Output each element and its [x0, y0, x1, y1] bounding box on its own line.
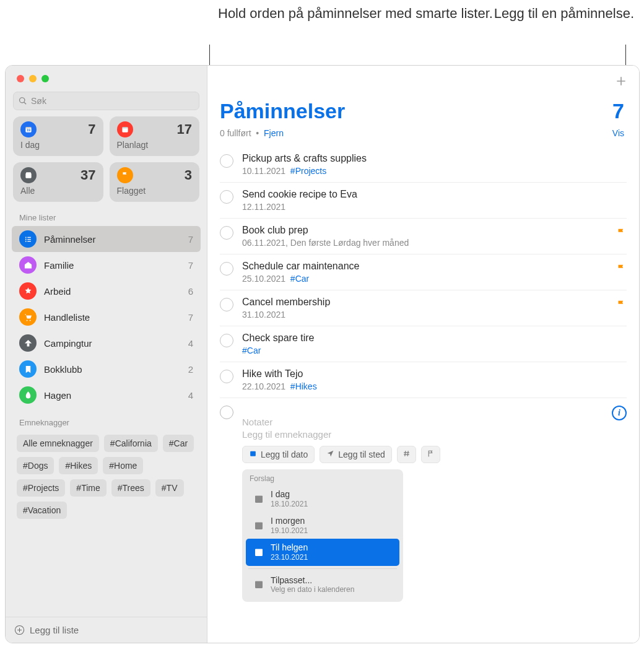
reminder-meta: 25.10.2021 #Car [242, 274, 624, 284]
reminder-item[interactable]: Pickup arts & crafts supplies 10.11.2021… [220, 147, 627, 183]
add-flag-button[interactable] [421, 446, 440, 463]
info-button[interactable]: i [612, 406, 627, 420]
list-name: Handleliste [44, 312, 188, 323]
reminder-item[interactable]: Check spare tire #Car [220, 326, 627, 362]
suggestion-i morgen[interactable]: I morgen 19.10.2021 [246, 512, 399, 539]
add-tag-button[interactable] [397, 446, 416, 463]
tag-alle emneknagger[interactable]: Alle emneknagger [17, 435, 99, 452]
add-list-button[interactable]: Legg til liste [6, 617, 207, 643]
reminder-item[interactable]: Book club prep 06.11.2021, Den første Lø… [220, 219, 627, 254]
smart-list-planlagt[interactable]: 17 Planlagt [110, 116, 200, 156]
list-icon [19, 282, 37, 300]
reminder-item[interactable]: Schedule car maintenance 25.10.2021 #Car [220, 254, 627, 290]
calendar-icon [253, 547, 264, 558]
reminder-meta: 10.11.2021 #Projects [242, 166, 624, 176]
add-reminder-button[interactable] [612, 72, 630, 90]
show-completed-link[interactable]: Vis [612, 128, 624, 138]
main-panel: Påminnelser 7 0 fullført • Fjern Vis Pic… [207, 66, 639, 643]
reminder-item[interactable]: Hike with Tejo 22.10.2021 #Hikes [220, 362, 627, 398]
suggestion-title: Til helgen [271, 542, 308, 553]
reminder-checkbox[interactable] [220, 334, 233, 347]
reminder-checkbox[interactable] [220, 226, 233, 240]
suggestion-til helgen[interactable]: Til helgen 23.10.2021 [246, 539, 399, 565]
reminder-checkbox[interactable] [220, 154, 233, 168]
notes-placeholder[interactable]: Notater [242, 417, 612, 427]
plus-circle-icon [14, 625, 25, 635]
add-date-button[interactable]: Legg til dato [242, 446, 315, 463]
toolbar [207, 66, 639, 90]
sidebar-list-handleliste[interactable]: Handleliste 7 [12, 304, 201, 330]
app-window: 19 7 I dag 17 Planlagt 37 Alle 3 Flagg [5, 65, 640, 643]
new-reminder-editor: Notater Legg til emneknagger i Legg til … [220, 398, 627, 602]
list-count: 4 [188, 338, 193, 349]
smart-list-flagget[interactable]: 3 Flagget [110, 162, 200, 202]
minimize-button[interactable] [29, 75, 37, 82]
list-count: 4 [188, 390, 193, 401]
fullscreen-button[interactable] [41, 75, 49, 82]
smart-list-alle[interactable]: 37 Alle [13, 162, 103, 202]
tag-projects[interactable]: #Projects [17, 479, 65, 497]
svg-rect-13 [27, 343, 29, 346]
tag-vacation[interactable]: #Vacation [17, 502, 67, 519]
reminder-checkbox[interactable] [220, 406, 233, 419]
tag-hikes[interactable]: #Hikes [59, 457, 98, 474]
smart-lists-grid: 19 7 I dag 17 Planlagt 37 Alle 3 Flagg [6, 116, 207, 209]
list-count: 6 [188, 286, 193, 297]
sidebar-list-campingtur[interactable]: Campingtur 4 [12, 330, 201, 356]
smart-list-label: Planlagt [117, 140, 193, 150]
sidebar-list-hagen[interactable]: Hagen 4 [12, 382, 201, 408]
svg-point-11 [26, 319, 27, 321]
reminder-checkbox[interactable] [220, 298, 233, 311]
reminder-title: Send cookie recipe to Eva [242, 189, 624, 200]
list-icon [19, 360, 37, 378]
svg-rect-21 [255, 495, 263, 497]
suggestion-date: 23.10.2021 [271, 553, 308, 562]
tag-home[interactable]: #Home [103, 457, 143, 474]
tag-trees[interactable]: #Trees [111, 479, 150, 497]
svg-rect-6 [27, 237, 31, 237]
suggestion-i dag[interactable]: I dag 18.10.2021 [246, 485, 399, 512]
sidebar-list-påminnelser[interactable]: Påminnelser 7 [12, 226, 201, 252]
add-location-button[interactable]: Legg til sted [320, 446, 392, 463]
tag-tv[interactable]: #TV [155, 479, 184, 497]
tag-dogs[interactable]: #Dogs [17, 457, 54, 474]
reminder-checkbox[interactable] [220, 190, 233, 204]
list-name: Påminnelser [44, 234, 188, 245]
close-button[interactable] [17, 75, 24, 82]
sidebar-list-arbeid[interactable]: Arbeid 6 [12, 278, 201, 304]
tag-california[interactable]: #California [104, 435, 158, 452]
svg-point-5 [25, 237, 26, 238]
tag-car[interactable]: #Car [163, 435, 194, 452]
reminder-item[interactable]: Send cookie recipe to Eva 12.11.2021 [220, 183, 627, 219]
list-icon [19, 386, 37, 404]
tags-header: Emneknagger [6, 414, 207, 431]
clear-completed-link[interactable]: Fjern [264, 128, 284, 138]
suggestion-date: 19.10.2021 [271, 526, 308, 535]
suggestion-title: Tilpasset... [271, 575, 354, 586]
tags-placeholder[interactable]: Legg til emneknagger [242, 429, 612, 440]
search-input[interactable] [13, 92, 199, 110]
sidebar: 19 7 I dag 17 Planlagt 37 Alle 3 Flagg [6, 66, 207, 643]
reminder-title: Hike with Tejo [242, 368, 624, 380]
list-name: Campingtur [44, 338, 188, 349]
svg-rect-10 [27, 241, 31, 241]
completed-status: 0 fullført • Fjern [220, 128, 284, 138]
smart-list-count: 7 [88, 121, 95, 137]
svg-rect-4 [122, 127, 128, 128]
reminder-checkbox[interactable] [220, 262, 233, 276]
reminder-title: Schedule car maintenance [242, 261, 624, 272]
sidebar-list-bokklubb[interactable]: Bokklubb 2 [12, 356, 201, 382]
reminder-checkbox[interactable] [220, 370, 233, 383]
reminder-item[interactable]: Cancel membership 31.10.2021 [220, 290, 627, 326]
svg-rect-25 [255, 549, 263, 551]
smart-list-label: I dag [20, 140, 96, 150]
list-name: Hagen [44, 390, 188, 401]
sidebar-list-familie[interactable]: Familie 7 [12, 252, 201, 278]
reminder-meta: 31.10.2021 [242, 310, 624, 319]
suggestions-popover: Forslag I dag 18.10.2021 I morgen 19.10.… [242, 469, 403, 602]
suggestion-custom[interactable]: Tilpasset... Velg en dato i kalenderen [246, 572, 399, 598]
list-title: Påminnelser [220, 99, 345, 123]
smart-list-i dag[interactable]: 19 7 I dag [13, 116, 103, 156]
tag-time[interactable]: #Time [70, 479, 106, 497]
list-name: Bokklubb [44, 364, 188, 375]
